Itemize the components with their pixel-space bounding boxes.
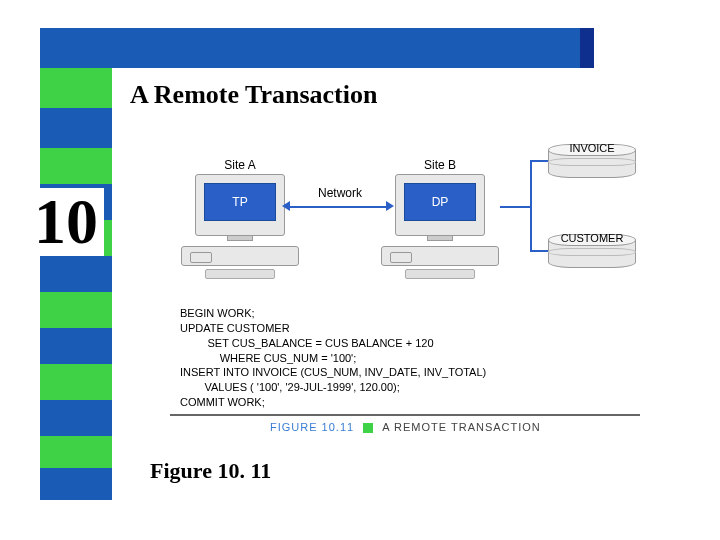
sql-line: BEGIN WORK; [180, 307, 255, 319]
sql-line: UPDATE CUSTOMER [180, 322, 290, 334]
figure-title: A REMOTE TRANSACTION [382, 421, 541, 433]
monitor-icon: DP [395, 174, 485, 236]
network-line [288, 206, 388, 208]
site-a-label: Site A [180, 158, 300, 172]
sql-block: BEGIN WORK; UPDATE CUSTOMER SET CUS_BALA… [180, 306, 486, 410]
sidebar-bands [40, 28, 112, 494]
sql-line: SET CUS_BALANCE = CUS BALANCE + 120 [208, 337, 434, 349]
computer-site-b: Site B DP [380, 158, 500, 279]
header-stripe [580, 28, 594, 68]
network-label: Network [318, 186, 362, 200]
connector-line [530, 160, 532, 252]
site-b-role: DP [404, 183, 476, 221]
keyboard-icon [205, 269, 275, 279]
computer-site-a: Site A TP [180, 158, 300, 279]
sql-line: WHERE CUS_NUM = '100'; [220, 352, 357, 364]
database-cylinder-customer: CUSTOMER [548, 234, 636, 268]
site-a-role: TP [204, 183, 276, 221]
sql-line: INSERT INTO INVOICE (CUS_NUM, INV_DATE, … [180, 366, 486, 378]
slide-title: A Remote Transaction [130, 80, 377, 110]
cylinder-label: INVOICE [548, 142, 636, 154]
cylinder-label: CUSTOMER [548, 232, 636, 244]
keyboard-icon [405, 269, 475, 279]
slide: 10 A Remote Transaction Site A TP Site B… [0, 0, 720, 540]
database-cylinder-invoice: INVOICE [548, 144, 636, 178]
arrow-right-icon [386, 201, 394, 211]
header-bar [40, 28, 580, 68]
chapter-number: 10 [28, 188, 104, 256]
connector-line [530, 160, 548, 162]
connector-line [530, 250, 548, 252]
arrow-left-icon [282, 201, 290, 211]
monitor-icon: TP [195, 174, 285, 236]
figure-number: FIGURE 10.11 [270, 421, 354, 433]
figure-caption: Figure 10. 11 [150, 458, 271, 484]
site-b-label: Site B [380, 158, 500, 172]
divider-line [170, 414, 640, 416]
square-icon [363, 423, 373, 433]
sql-line: COMMIT WORK; [180, 396, 265, 408]
diagram: Site A TP Site B DP Network INVOICE [170, 138, 640, 438]
computer-base-icon [181, 246, 299, 266]
sql-line: VALUES ( '100', '29-JUL-1999', 120.00); [204, 381, 399, 393]
connector-line [500, 206, 530, 208]
computer-base-icon [381, 246, 499, 266]
figure-caption-line: FIGURE 10.11 A REMOTE TRANSACTION [270, 421, 541, 433]
